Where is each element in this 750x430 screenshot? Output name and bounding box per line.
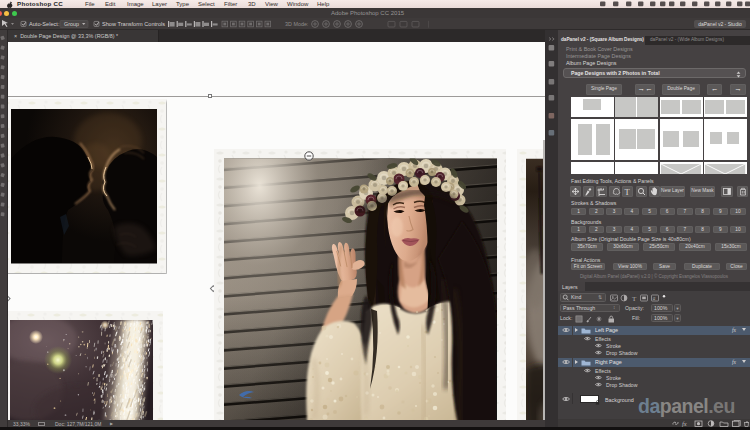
svg-text:T: T bbox=[625, 187, 631, 197]
svg-text:fx: fx bbox=[682, 420, 687, 427]
svg-text:Group: Group bbox=[64, 21, 79, 27]
svg-text:3D Mode:: 3D Mode: bbox=[285, 21, 308, 27]
svg-text:T: T bbox=[632, 294, 637, 301]
svg-text:Show Transform Controls: Show Transform Controls bbox=[102, 21, 165, 27]
svg-text:a: a bbox=[653, 295, 656, 301]
svg-text:Auto-Select:: Auto-Select: bbox=[29, 21, 60, 27]
